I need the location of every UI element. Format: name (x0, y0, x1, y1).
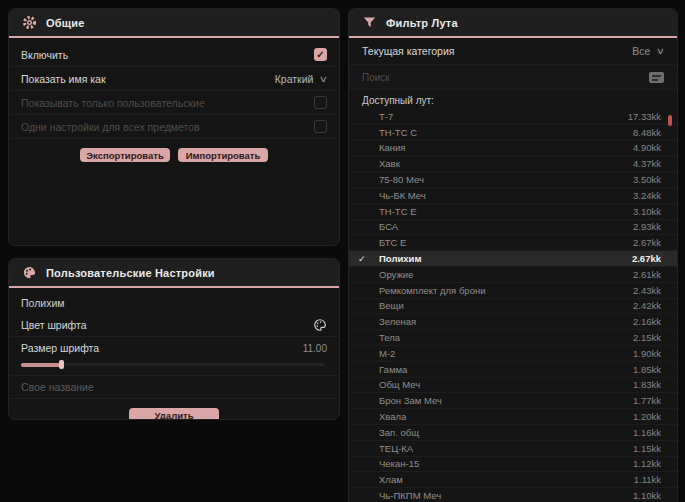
loot-item-value: 4.90kk (633, 142, 661, 153)
loot-item-name: Общ Меч (379, 379, 633, 390)
loot-item-name: Чь-БК Меч (379, 190, 633, 201)
loot-item-value: 2.42kk (633, 300, 661, 311)
only-custom-row: Показывать только пользовательские (9, 91, 339, 115)
loot-item-value: 4.37kk (633, 158, 661, 169)
loot-item-name: 75-80 Меч (379, 174, 633, 185)
slider-fill (21, 363, 61, 367)
current-item-name: Полихим (9, 288, 339, 314)
loot-item-name: Т-7 (379, 111, 628, 122)
loot-item-value: 1.11kk (634, 474, 661, 485)
loot-row[interactable]: ✓ Чь-БК Меч 3.24kk (349, 188, 677, 204)
loot-item-name: Хлам (379, 474, 634, 485)
loot-row[interactable]: ✓ Хвала 1.20kk (349, 409, 677, 425)
loot-item-value: 1.20kk (633, 411, 661, 422)
category-dropdown[interactable]: Все ∨ (632, 45, 664, 57)
delete-row: Удалить (9, 408, 339, 420)
font-size-value: 11.00 (303, 343, 327, 354)
loot-item-name: Чь-ПКПМ Меч (379, 490, 633, 501)
loot-item-name: Вещи (379, 300, 633, 311)
loot-row[interactable]: ✓ Гамма 1.85kk (349, 362, 677, 378)
loot-item-value: 2.67kk (632, 253, 661, 264)
loot-row[interactable]: ✓ Хавк 4.37kk (349, 156, 677, 172)
show-name-row: Показать имя как Краткий ∨ (9, 67, 339, 91)
loot-row[interactable]: ✓ 75-80 Меч 3.50kk (349, 172, 677, 188)
loot-row[interactable]: ✓ ТН-ТС Е 3.10kk (349, 204, 677, 220)
loot-item-value: 1.12kk (633, 458, 661, 469)
loot-item-name: Чекан-15 (379, 458, 633, 469)
loot-item-name: Брон Зам Меч (379, 395, 633, 406)
category-row: Текущая категория Все ∨ (349, 38, 677, 65)
custom-settings-panel: Пользовательские Настройки Полихим Цвет … (8, 258, 340, 420)
check-icon: ✓ (316, 50, 324, 60)
enable-label: Включить (21, 49, 68, 61)
loot-row[interactable]: ✓ Зап. общ 1.16kk (349, 425, 677, 441)
custom-name-input[interactable] (21, 376, 327, 398)
enable-checkbox[interactable]: ✓ (314, 48, 327, 61)
custom-settings-body: Полихим Цвет шрифта Разм (9, 288, 339, 420)
loot-list: ✓ Т-7 17.33kk ✓ ТН-ТС С 8.48kk ✓ Кания 4… (349, 109, 677, 502)
loot-row[interactable]: ✓ Оружие 2.61kk (349, 267, 677, 283)
loot-filter-title: Фильтр Лута (386, 17, 458, 29)
app-window: Общие Включить ✓ Показать имя как Кратки… (0, 0, 685, 502)
loot-row[interactable]: ✓ ТН-ТС С 8.48kk (349, 125, 677, 141)
loot-item-name: Кания (379, 142, 633, 153)
only-custom-label: Показывать только пользовательские (21, 97, 205, 109)
search-input[interactable] (362, 72, 649, 83)
general-panel: Общие Включить ✓ Показать имя как Кратки… (8, 8, 340, 246)
search-row (349, 65, 677, 90)
loot-item-value: 1.77kk (633, 395, 661, 406)
gear-icon (22, 15, 37, 30)
general-panel-body: Включить ✓ Показать имя как Краткий ∨ По… (9, 38, 339, 162)
loot-item-name: Хвала (379, 411, 633, 422)
loot-row[interactable]: ✓ Вещи 2.42kk (349, 299, 677, 315)
slider-track (21, 363, 325, 366)
loot-row[interactable]: ✓ Кания 4.90kk (349, 141, 677, 157)
keyboard-icon[interactable] (649, 72, 664, 83)
slider-handle[interactable] (59, 360, 64, 369)
general-panel-header: Общие (9, 9, 339, 38)
import-button[interactable]: Импортировать (178, 148, 268, 162)
loot-row[interactable]: ✓ БСА 2.93kk (349, 220, 677, 236)
loot-row[interactable]: ✓ Общ Меч 1.83kk (349, 378, 677, 394)
loot-row[interactable]: ✓ Зеленая 2.16kk (349, 314, 677, 330)
loot-row[interactable]: ✓ Брон Зам Меч 1.77kk (349, 393, 677, 409)
loot-item-name: Оружие (379, 269, 633, 280)
loot-row[interactable]: ✓ ТЕЦ-КА 1.15kk (349, 441, 677, 457)
font-size-slider[interactable] (21, 359, 325, 370)
loot-row[interactable]: ✓ Хлам 1.11kk (349, 472, 677, 488)
palette-icon (22, 265, 37, 280)
category-label: Текущая категория (362, 45, 455, 57)
funnel-icon (362, 15, 377, 30)
loot-row[interactable]: ✓ М-2 1.90kk (349, 346, 677, 362)
export-button[interactable]: Экспортировать (80, 148, 170, 162)
loot-row[interactable]: ✓ Чекан-15 1.12kk (349, 457, 677, 473)
loot-row[interactable]: ✓ Ремкомплект для брони 2.43kk (349, 283, 677, 299)
loot-row[interactable]: ✓ Т-7 17.33kk (349, 109, 677, 125)
selected-check-icon: ✓ (358, 254, 366, 264)
loot-row[interactable]: ✓ Полихим 2.67kk (349, 251, 677, 267)
loot-item-value: 1.85kk (633, 364, 661, 375)
same-settings-row: Одни настройки для всех предметов (9, 115, 339, 139)
loot-item-value: 3.24kk (633, 190, 661, 201)
loot-row[interactable]: ✓ БТС Е 2.67kk (349, 235, 677, 251)
loot-item-name: ТН-ТС С (379, 127, 633, 138)
chevron-down-icon: ∨ (319, 74, 328, 84)
loot-item-value: 2.43kk (633, 285, 661, 296)
same-settings-checkbox[interactable] (314, 120, 327, 133)
custom-settings-header: Пользовательские Настройки (9, 259, 339, 288)
loot-row[interactable]: ✓ Тела 2.15kk (349, 330, 677, 346)
scrollbar-thumb[interactable] (668, 115, 672, 126)
loot-item-name: БТС Е (379, 237, 633, 248)
loot-item-name: Полихим (379, 253, 632, 264)
color-picker-icon[interactable] (313, 318, 327, 332)
loot-row[interactable]: ✓ Чь-ПКПМ Меч 1.10kk (349, 488, 677, 502)
loot-item-name: М-2 (379, 348, 633, 359)
loot-item-value: 1.83kk (633, 379, 661, 390)
loot-item-name: Хавк (379, 158, 633, 169)
show-name-dropdown[interactable]: Краткий ∨ (275, 73, 327, 85)
delete-button[interactable]: Удалить (129, 408, 219, 420)
only-custom-checkbox[interactable] (314, 96, 327, 109)
loot-item-name: ТЕЦ-КА (379, 443, 633, 454)
loot-item-name: Зеленая (379, 316, 633, 327)
custom-name-row (9, 376, 339, 399)
